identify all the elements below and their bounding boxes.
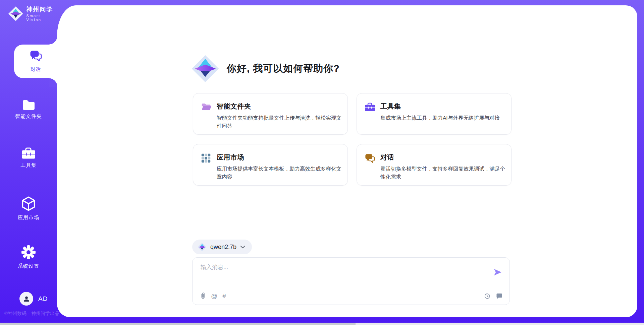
gear-icon — [21, 245, 36, 260]
hashtag-icon: # — [222, 293, 226, 299]
hashtag-button[interactable]: # — [222, 293, 226, 299]
greeting-text: 你好, 我可以如何帮助你? — [227, 62, 340, 75]
main-panel: 你好, 我可以如何帮助你? 智能文件夹 智能文件夹功能支持批量文件上传与清洗，轻… — [57, 5, 637, 317]
sidebar-item-label: 系统设置 — [0, 263, 57, 269]
user-profile[interactable]: AD — [19, 292, 48, 306]
attachment-button[interactable] — [200, 292, 206, 300]
history-icon — [484, 292, 491, 300]
copyright-text: ©神州数码 · 神州问学出品 — [4, 311, 61, 317]
history-button[interactable] — [484, 292, 491, 300]
sidebar-item-label: 智能文件夹 — [0, 113, 57, 120]
sidebar: 神州问学 Smart Vision 对话 智能文件夹 工具集 — [0, 0, 57, 325]
greeting: 你好, 我可以如何帮助你? — [191, 54, 340, 83]
message-composer: @ # — [192, 257, 510, 305]
message-input[interactable] — [201, 263, 486, 282]
card-chat[interactable]: 对话 灵活切换多模型文件，支持多样回复效果调试，满足个性化需求 — [357, 144, 512, 186]
chevron-down-icon — [240, 246, 245, 249]
paperclip-icon — [200, 292, 206, 300]
sidebar-item-label: 对话 — [31, 66, 41, 73]
card-title: 对话 — [380, 153, 506, 162]
sidebar-item-toolset[interactable]: 工具集 — [0, 147, 57, 169]
sidebar-item-smart-folder[interactable]: 智能文件夹 — [0, 99, 57, 120]
sidebar-item-chat[interactable]: 对话 — [14, 45, 57, 78]
card-description: 智能文件夹功能支持批量文件上传与清洗，轻松实现文件问答 — [217, 114, 343, 130]
card-title: 智能文件夹 — [217, 102, 343, 111]
card-description: 灵活切换多模型文件，支持多样回复效果调试，满足个性化需求 — [380, 165, 506, 181]
sidebar-item-app-market[interactable]: 应用市场 — [0, 196, 57, 221]
toolbox-icon — [365, 102, 375, 134]
grid-icon — [201, 153, 211, 185]
assistant-diamond-icon — [191, 54, 219, 83]
sidebar-item-settings[interactable]: 系统设置 — [0, 245, 57, 269]
brand-name: 神州问学 — [26, 6, 57, 13]
open-folder-icon — [201, 102, 211, 134]
cube-icon — [21, 196, 36, 211]
folder-icon — [21, 99, 36, 110]
chat-icon — [365, 153, 375, 185]
card-toolset[interactable]: 工具集 集成市场上主流工具，助力AI与外界无缝扩展与对接 — [357, 93, 512, 135]
person-icon — [23, 295, 30, 303]
composer-divider — [198, 289, 504, 289]
card-app-market[interactable]: 应用市场 应用市场提供丰富长文本模板，助力高效生成多样化文章内容 — [193, 144, 348, 186]
scrollbar-thumb[interactable] — [0, 323, 356, 325]
mention-icon: @ — [211, 293, 217, 299]
mention-button[interactable]: @ — [211, 293, 217, 299]
horizontal-scrollbar[interactable] — [0, 323, 644, 325]
card-title: 应用市场 — [217, 153, 343, 162]
send-icon — [493, 268, 502, 277]
brand-subtitle: Smart Vision — [26, 14, 57, 22]
feedback-button[interactable] — [496, 292, 503, 300]
model-selector[interactable]: qwen2:7b — [192, 240, 252, 254]
card-smart-folder[interactable]: 智能文件夹 智能文件夹功能支持批量文件上传与清洗，轻松实现文件问答 — [193, 93, 348, 135]
chat-icon — [30, 50, 42, 61]
card-title: 工具集 — [380, 102, 506, 111]
model-name: qwen2:7b — [210, 244, 236, 251]
toolbox-icon — [22, 147, 35, 159]
user-name: AD — [38, 295, 48, 303]
card-description: 集成市场上主流工具，助力AI与外界无缝扩展与对接 — [380, 114, 506, 122]
model-diamond-icon — [198, 243, 207, 252]
avatar — [19, 292, 33, 306]
feedback-bubble-icon — [496, 292, 503, 300]
send-button[interactable] — [493, 268, 502, 278]
brand-logo: 神州问学 Smart Vision — [8, 6, 57, 22]
sidebar-item-label: 应用市场 — [0, 214, 57, 221]
sidebar-item-label: 工具集 — [0, 162, 57, 169]
brand-diamond-icon — [8, 6, 23, 21]
card-description: 应用市场提供丰富长文本模板，助力高效生成多样化文章内容 — [217, 165, 343, 181]
